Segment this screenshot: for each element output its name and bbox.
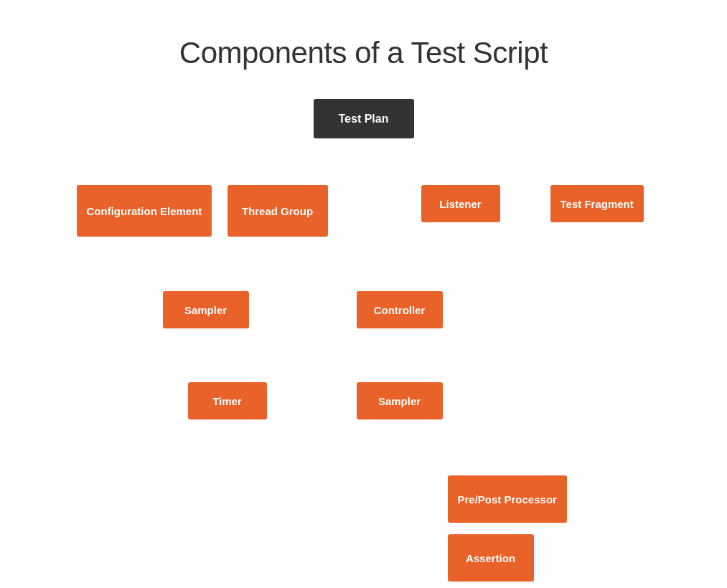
- prepost-box: Pre/Post Processor: [448, 475, 567, 523]
- sampler1-box: Sampler: [163, 291, 249, 328]
- thread-group-node: Thread Group: [228, 185, 328, 237]
- test-fragment-box: Test Fragment: [550, 185, 644, 222]
- controller-node: Controller: [357, 291, 443, 328]
- listener-box: Listener: [421, 185, 500, 222]
- config-element-node: Configuration Element: [77, 185, 212, 237]
- config-element-box: Configuration Element: [77, 185, 212, 237]
- listener-node: Listener: [421, 185, 500, 222]
- test-plan-node: Test Plan: [314, 99, 414, 138]
- assertion-node: Assertion: [448, 534, 534, 582]
- thread-group-box: Thread Group: [228, 185, 328, 237]
- diagram: Test Plan Configuration Element Thread G…: [55, 99, 672, 587]
- timer-node: Timer: [188, 382, 267, 419]
- sampler2-box: Sampler: [357, 382, 443, 419]
- page-title: Components of a Test Script: [179, 36, 548, 70]
- controller-box: Controller: [357, 291, 443, 328]
- timer-box: Timer: [188, 382, 267, 419]
- sampler1-node: Sampler: [163, 291, 249, 328]
- connector-lines: [55, 99, 672, 587]
- page-container: Components of a Test Script: [14, 14, 713, 588]
- sampler2-node: Sampler: [357, 382, 443, 419]
- test-fragment-node: Test Fragment: [550, 185, 644, 222]
- assertion-box: Assertion: [448, 534, 534, 582]
- test-plan-box: Test Plan: [314, 99, 414, 138]
- prepost-node: Pre/Post Processor: [448, 475, 567, 523]
